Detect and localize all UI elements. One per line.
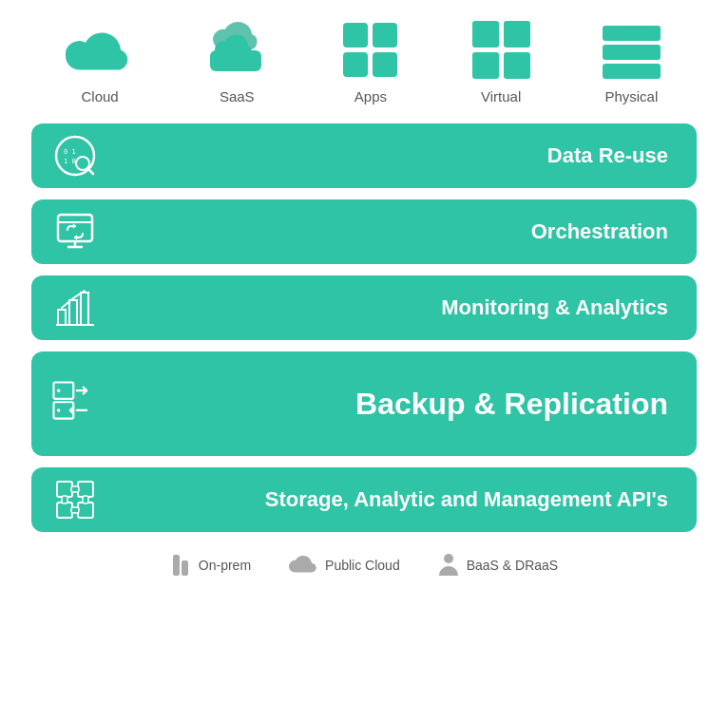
svg-rect-22 xyxy=(69,300,77,325)
svg-rect-2 xyxy=(373,23,397,47)
row-monitoring[interactable]: Monitoring & Analytics xyxy=(31,275,697,340)
storage-label: Storage, Analytic and Management API's xyxy=(100,487,678,512)
orchestration-label: Orchestration xyxy=(100,219,678,244)
svg-point-29 xyxy=(57,389,60,391)
svg-rect-3 xyxy=(343,52,368,77)
icon-item-cloud: Cloud xyxy=(66,28,134,104)
svg-rect-31 xyxy=(57,482,72,497)
svg-rect-32 xyxy=(78,482,93,497)
svg-rect-34 xyxy=(78,503,93,518)
svg-rect-11 xyxy=(603,64,661,79)
footer: On-prem Public Cloud BaaS & DRaaS xyxy=(31,553,697,578)
virtual-icon xyxy=(470,19,532,81)
svg-rect-9 xyxy=(603,26,661,41)
virtual-label: Virtual xyxy=(481,88,521,104)
orchestration-icon xyxy=(50,207,100,256)
baas-icon xyxy=(438,553,459,578)
footer-on-prem: On-prem xyxy=(170,553,251,578)
svg-rect-8 xyxy=(504,52,530,79)
svg-rect-1 xyxy=(343,23,368,47)
svg-rect-40 xyxy=(71,507,79,513)
icon-item-apps: Apps xyxy=(339,19,401,104)
top-icons-row: Cloud SaaS Apps Virtual xyxy=(31,19,697,104)
backup-label: Backup & Replication xyxy=(100,387,678,422)
data-reuse-label: Data Re-use xyxy=(100,143,678,168)
footer-baas: BaaS & DRaaS xyxy=(438,553,559,578)
svg-rect-10 xyxy=(603,45,661,60)
on-prem-icon xyxy=(170,553,191,578)
physical-label: Physical xyxy=(604,88,658,104)
footer-public-cloud: Public Cloud xyxy=(289,555,400,576)
svg-rect-43 xyxy=(173,555,180,576)
svg-rect-4 xyxy=(373,52,397,77)
apps-icon xyxy=(339,19,401,81)
icon-item-saas: SaaS xyxy=(202,19,271,104)
backup-icon xyxy=(50,379,100,428)
svg-text:1 0: 1 0 xyxy=(64,158,76,165)
on-prem-label: On-prem xyxy=(199,558,251,573)
public-cloud-icon xyxy=(289,555,317,576)
svg-point-45 xyxy=(444,554,453,563)
svg-rect-7 xyxy=(472,52,499,79)
row-backup[interactable]: Backup & Replication xyxy=(31,351,697,456)
icon-item-physical: Physical xyxy=(601,24,662,104)
monitoring-icon xyxy=(50,283,100,332)
icon-item-virtual: Virtual xyxy=(470,19,532,104)
rows-container: 0 1 1 0 Data Re-use xyxy=(31,123,697,532)
cloud-icon xyxy=(66,28,134,81)
row-data-reuse[interactable]: 0 1 1 0 Data Re-use xyxy=(31,123,697,188)
physical-icon xyxy=(601,24,662,81)
row-storage[interactable]: Storage, Analytic and Management API's xyxy=(31,467,697,532)
data-reuse-icon: 0 1 1 0 xyxy=(50,131,100,180)
saas-label: SaaS xyxy=(220,88,255,104)
svg-rect-23 xyxy=(81,293,88,325)
baas-label: BaaS & DRaaS xyxy=(467,558,559,573)
row-orchestration[interactable]: Orchestration xyxy=(31,199,697,264)
svg-text:0 1: 0 1 xyxy=(64,148,76,156)
apps-label: Apps xyxy=(354,88,387,104)
storage-icon xyxy=(50,475,100,524)
svg-rect-33 xyxy=(57,503,72,518)
cloud-label: Cloud xyxy=(81,88,118,104)
svg-rect-6 xyxy=(504,21,530,47)
svg-rect-5 xyxy=(472,21,499,47)
svg-rect-39 xyxy=(71,486,79,492)
svg-rect-25 xyxy=(53,382,73,398)
svg-rect-44 xyxy=(182,560,188,576)
monitoring-label: Monitoring & Analytics xyxy=(100,295,678,320)
svg-point-30 xyxy=(57,408,60,411)
saas-icon xyxy=(202,19,271,81)
svg-rect-21 xyxy=(58,310,66,325)
svg-rect-41 xyxy=(62,496,67,503)
public-cloud-label: Public Cloud xyxy=(325,558,400,573)
svg-rect-42 xyxy=(83,496,88,503)
